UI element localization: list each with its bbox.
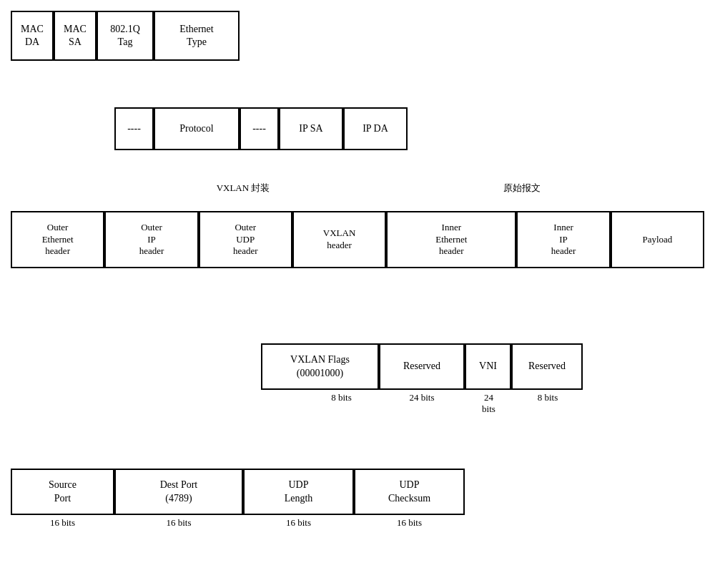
- vxlan-header-cell: VXLANheader: [292, 211, 386, 268]
- ip-da-cell: IP DA: [343, 107, 408, 150]
- udp-length-cell: UDPLength: [243, 469, 354, 515]
- original-packet-label: 原始报文: [450, 182, 593, 195]
- udp-row: SourcePort Dest Port(4789) UDPLength UDP…: [11, 469, 465, 515]
- mac-da-cell: MACDA: [11, 11, 54, 61]
- vxlan-detail-row: VXLAN Flags(00001000) Reserved VNI Reser…: [261, 343, 583, 390]
- udp-length-bits: 16 bits: [243, 517, 354, 529]
- ethernet-row: MACDA MACSA 802.1QTag EthernetType: [11, 11, 240, 61]
- vxlan-main-row: OuterEthernetheader OuterIPheader OuterU…: [11, 211, 704, 268]
- ethernet-type-cell: EthernetType: [154, 11, 240, 61]
- vxlan-reserved2-cell: Reserved: [511, 343, 583, 390]
- dest-port-bits: 16 bits: [114, 517, 243, 529]
- dot1q-tag-cell: 802.1QTag: [97, 11, 154, 61]
- vxlan-reserved1-bits: 24 bits: [379, 392, 465, 403]
- outer-ip-header-cell: OuterIPheader: [104, 211, 198, 268]
- vxlan-reserved1-cell: Reserved: [379, 343, 465, 390]
- outer-ethernet-header-cell: OuterEthernetheader: [11, 211, 104, 268]
- udp-checksum-cell: UDPChecksum: [354, 469, 465, 515]
- ip-dots-right-cell: ----: [240, 107, 279, 150]
- ip-protocol-cell: Protocol: [154, 107, 240, 150]
- ip-sa-cell: IP SA: [279, 107, 343, 150]
- source-port-cell: SourcePort: [11, 469, 114, 515]
- udp-checksum-bits: 16 bits: [354, 517, 465, 529]
- outer-udp-header-cell: OuterUDPheader: [199, 211, 292, 268]
- vxlan-vni-bits: 24bits: [465, 392, 512, 414]
- vxlan-flags-cell: VXLAN Flags(00001000): [261, 343, 379, 390]
- ip-header-row: ---- Protocol ---- IP SA IP DA: [114, 107, 408, 150]
- payload-cell: Payload: [611, 211, 704, 268]
- vxlan-encap-label: VXLAN 封装: [150, 182, 336, 195]
- vxlan-reserved2-bits: 8 bits: [512, 392, 583, 403]
- mac-sa-cell: MACSA: [54, 11, 97, 61]
- inner-ethernet-header-cell: InnerEthernetheader: [386, 211, 516, 268]
- ip-dots-left-cell: ----: [114, 107, 154, 150]
- dest-port-cell: Dest Port(4789): [114, 469, 243, 515]
- inner-ip-header-cell: InnerIPheader: [516, 211, 610, 268]
- vxlan-vni-cell: VNI: [465, 343, 511, 390]
- source-port-bits: 16 bits: [11, 517, 114, 529]
